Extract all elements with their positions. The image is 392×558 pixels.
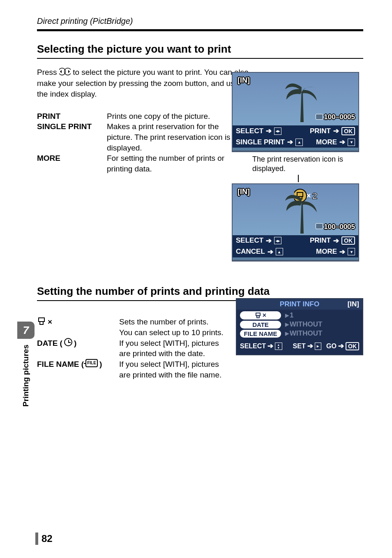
more-cmd: MORE ➔ ▾ (316, 138, 355, 146)
print-info-row-date: DATE ▶WITHOUT (240, 320, 359, 329)
date-label: DATE ( (37, 338, 62, 349)
svg-rect-10 (39, 318, 44, 322)
lcd-screen-2: [IN] × 2 100–0005 (232, 183, 359, 262)
cancel-label: CANCEL (236, 248, 265, 256)
def-desc: If you select [WITH], pictures are print… (119, 359, 224, 380)
date-value: ▶WITHOUT (285, 320, 322, 329)
chapter-number: 7 (17, 322, 35, 339)
def-term: SINGLE PRINT (37, 121, 107, 153)
def-term-date: DATE ( ) (37, 338, 119, 359)
dpad-up-icon: ▴ (276, 248, 283, 255)
file-icon (316, 114, 323, 120)
file-number: 100–0005 (316, 223, 355, 231)
select-footer-cmd: SELECT ➔ ▴▾ (240, 342, 282, 350)
chapter-tab: 7 Printing pictures (17, 322, 35, 420)
print-label: PRINT (310, 236, 331, 245)
more-label: MORE (316, 248, 337, 256)
select-cmd: SELECT ➔ ◂▸ (236, 236, 281, 245)
dpad-up-icon: ▴ (295, 139, 303, 146)
print-info-body: × ▶1 DATE ▶WITHOUT FILE NAME ▶WITHOUT SE… (237, 310, 362, 354)
def-desc: Makes a print reservation for the pictur… (107, 121, 238, 153)
print-info-panel: PRINT INFO [IN] × ▶1 DATE ▶WITHOUT FILE … (236, 298, 363, 355)
single-print-label: SINGLE PRINT (236, 138, 285, 146)
page-number: 82 (35, 533, 53, 545)
intro-text-before: Press (37, 68, 59, 76)
svg-marker-3 (68, 70, 70, 73)
dpad-updown-icon: ▴▾ (275, 343, 282, 350)
def-row: × Sets the number of prints. You can sel… (37, 317, 224, 338)
print-info-title: PRINT INFO (280, 300, 319, 308)
select-label: SELECT (236, 127, 263, 135)
file-number-text: 100–0005 (324, 223, 355, 231)
more-cmd: MORE ➔ ▾ (316, 248, 355, 256)
arrow-icon: ➔ (266, 236, 272, 245)
lcd2-row1: SELECT ➔ ◂▸ PRINT ➔ OK (233, 235, 358, 246)
arrow-icon: ➔ (333, 127, 339, 135)
lcd2-image-area: [IN] × 2 100–0005 (233, 184, 358, 235)
dpad-lr-icon: ◂▸ (274, 127, 281, 135)
lcd2-row2: CANCEL ➔ ▴ MORE ➔ ▾ (233, 246, 358, 257)
print-copies-icon (37, 317, 46, 329)
set-label: SET (293, 343, 306, 350)
cancel-cmd: CANCEL ➔ ▴ (236, 248, 283, 256)
arrow-icon: ➔ (266, 127, 272, 135)
file-number-text: 100–0005 (324, 113, 355, 121)
dpad-down-icon: ▾ (348, 248, 355, 255)
file-number: 100–0005 (316, 113, 355, 121)
svg-rect-13 (257, 316, 259, 318)
memory-indicator: [IN] (238, 188, 250, 196)
select-cmd: SELECT ➔ ◂▸ (236, 127, 281, 135)
palm-tree-icon (283, 188, 320, 234)
def-term: MORE (37, 153, 107, 174)
clock-icon (64, 338, 72, 346)
ok-key-icon: OK (341, 127, 355, 135)
arrow-icon: ➔ (267, 248, 273, 256)
dpad-lr-icon: ◂▸ (274, 237, 281, 244)
print-copies-icon (255, 312, 261, 319)
lcd-screen-1: [IN] 100–0005 SELECT ➔ ◂▸ PRINT ➔ OK (232, 72, 359, 152)
print-label: PRINT (310, 127, 331, 135)
arrow-icon: ➔ (333, 236, 339, 245)
arrow-icon: ➔ (307, 342, 313, 350)
arrow-icon: ➔ (339, 248, 345, 256)
def-desc: Sets the number of prints. You can selec… (119, 317, 224, 338)
ok-key-icon: OK (346, 342, 359, 350)
arrow-icon: ➔ (339, 138, 345, 146)
lcd-group: [IN] 100–0005 SELECT ➔ ◂▸ PRINT ➔ OK (232, 72, 363, 262)
arrow-icon: ➔ (287, 138, 293, 146)
chapter-label: Printing pictures (21, 345, 30, 407)
paren-close: ) (74, 338, 76, 349)
section1-title: Selecting the picture you want to print (37, 43, 363, 59)
memory-indicator: [IN] (238, 76, 250, 85)
date-tab: DATE (240, 321, 281, 329)
print-info-row-filename: FILE NAME ▶WITHOUT (240, 329, 359, 338)
single-print-cmd: SINGLE PRINT ➔ ▴ (236, 138, 303, 146)
header-path: Direct printing (PictBridge) (37, 16, 363, 29)
palm-tree-icon (283, 77, 320, 122)
arrow-icon: ➔ (338, 342, 344, 350)
section1-intro: Press to select the picture you want to … (37, 67, 251, 100)
print-cmd: PRINT ➔ OK (310, 236, 355, 245)
memory-indicator: [IN] (348, 300, 359, 308)
def-desc: Prints one copy of the picture. (107, 111, 238, 122)
svg-rect-11 (40, 322, 43, 324)
def-term: PRINT (37, 111, 107, 122)
def-term-filename: FILE NAME ( FILE ) (37, 359, 119, 380)
dpad-left-right-icon (59, 67, 71, 79)
lcd1-row1: SELECT ➔ ◂▸ PRINT ➔ OK (233, 125, 358, 137)
svg-rect-12 (256, 313, 260, 316)
header-rule (37, 29, 363, 31)
print-info-footer: SELECT ➔ ▴▾ SET ➔ ▸ GO ➔ OK (240, 338, 359, 350)
select-label: SELECT (240, 343, 266, 350)
def-desc: For setting the number of prints or prin… (107, 153, 238, 174)
filename-tab: FILE NAME (240, 330, 281, 338)
more-label: MORE (316, 138, 337, 146)
dpad-right-icon: ▸ (315, 343, 321, 350)
print-count-value: ▶1 (285, 311, 293, 320)
page-bar-icon (35, 533, 38, 545)
print-info-header: PRINT INFO [IN] (237, 299, 362, 310)
arrow-icon: ➔ (267, 342, 273, 350)
file-icon (316, 223, 323, 229)
filename-value: ▶WITHOUT (285, 329, 322, 338)
print-count-tab: × (240, 311, 281, 320)
